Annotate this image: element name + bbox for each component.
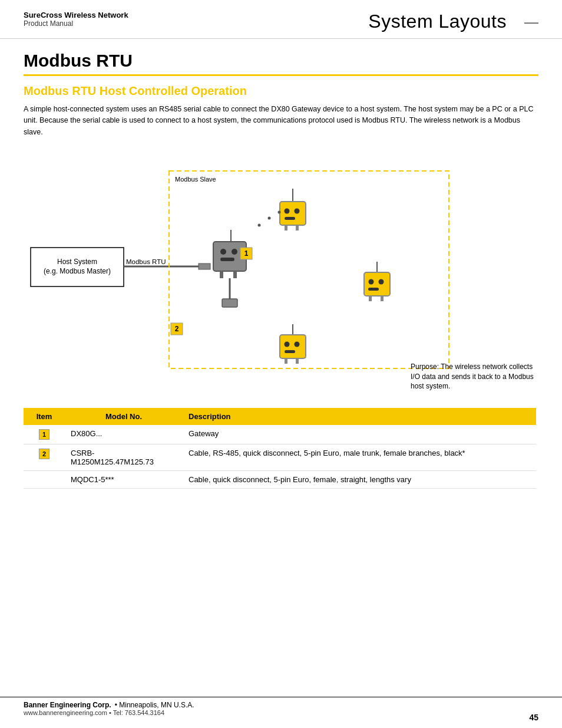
table-row: 1 DX80G... Gateway xyxy=(24,425,536,444)
body-text: A simple host-connected system uses an R… xyxy=(24,104,536,138)
svg-point-30 xyxy=(369,279,374,285)
table-row: MQDC1-5*** Cable, quick disconnect, 5-pi… xyxy=(24,471,536,489)
table-header-row: Item Model No. Description xyxy=(24,408,536,425)
row2-item: 2 xyxy=(24,444,65,471)
row1-desc: Gateway xyxy=(183,425,536,444)
row1-model: DX80G... xyxy=(65,425,183,444)
header-subtitle: Product Manual xyxy=(24,19,128,28)
svg-rect-14 xyxy=(233,271,237,278)
section-title: Modbus RTU Host Controlled Operation xyxy=(24,84,538,98)
svg-point-31 xyxy=(379,279,384,285)
purpose-text: Purpose: The wireless network collects I… xyxy=(411,362,537,391)
col-model: Model No. xyxy=(65,408,183,425)
svg-rect-41 xyxy=(296,358,299,364)
svg-rect-6 xyxy=(169,171,449,368)
svg-rect-27 xyxy=(296,225,299,230)
footer-address: • Minneapolis, MN U.S.A. xyxy=(115,701,194,709)
main-content: Modbus RTU Modbus RTU Host Controlled Op… xyxy=(0,39,562,500)
page-header: SureCross Wireless Network Product Manua… xyxy=(0,0,562,39)
svg-text:1: 1 xyxy=(244,249,249,258)
col-description: Description xyxy=(183,408,536,425)
col-item: Item xyxy=(24,408,65,425)
header-right: System Layouts — xyxy=(368,11,538,32)
svg-text:Host System: Host System xyxy=(57,258,97,266)
svg-rect-25 xyxy=(285,217,295,220)
svg-rect-40 xyxy=(285,358,287,364)
diagram-svg: Host System (e.g. Modbus Master) Modbus … xyxy=(25,149,537,396)
svg-point-24 xyxy=(295,209,300,214)
brand-name: SureCross Wireless Network xyxy=(24,11,128,19)
svg-point-43 xyxy=(268,217,271,220)
svg-point-38 xyxy=(295,342,300,347)
row3-desc: Cable, quick disconnect, 5-pin Euro, fem… xyxy=(183,471,536,489)
row1-item: 1 xyxy=(24,425,65,444)
footer-brand: Banner Engineering Corp. xyxy=(24,701,111,709)
row3-model: MQDC1-5*** xyxy=(65,471,183,489)
svg-point-42 xyxy=(258,224,261,227)
svg-point-11 xyxy=(232,249,237,255)
svg-rect-5 xyxy=(199,263,210,269)
svg-point-37 xyxy=(285,342,290,347)
svg-rect-34 xyxy=(381,296,384,301)
footer-bottom: www.bannerengineering.com • Tel: 763.544… xyxy=(24,709,538,716)
svg-text:Modbus Slave: Modbus Slave xyxy=(175,176,216,183)
svg-rect-32 xyxy=(368,288,379,291)
row2-model: CSRB-M1250M125.47M125.73 xyxy=(65,444,183,471)
svg-rect-33 xyxy=(369,296,372,301)
svg-rect-29 xyxy=(364,272,390,296)
item-badge-2: 2 xyxy=(39,449,49,459)
table-row: 2 CSRB-M1250M125.47M125.73 Cable, RS-485… xyxy=(24,444,536,471)
svg-rect-36 xyxy=(280,335,306,358)
svg-rect-16 xyxy=(222,299,237,307)
svg-rect-26 xyxy=(285,225,287,230)
header-title: System Layouts xyxy=(368,11,507,32)
svg-point-23 xyxy=(285,209,290,214)
svg-text:(e.g. Modbus Master): (e.g. Modbus Master) xyxy=(44,267,111,275)
page-wrapper: SureCross Wireless Network Product Manua… xyxy=(0,0,562,728)
parts-table: Item Model No. Description 1 DX80G... Ga… xyxy=(24,408,536,489)
svg-point-44 xyxy=(278,211,281,214)
svg-rect-13 xyxy=(220,271,223,278)
diagram-container: Host System (e.g. Modbus Master) Modbus … xyxy=(25,149,537,396)
header-dash: — xyxy=(524,14,538,30)
page-title: Modbus RTU xyxy=(24,51,538,76)
svg-rect-39 xyxy=(285,350,295,353)
page-number: 45 xyxy=(529,713,538,722)
svg-point-10 xyxy=(220,249,226,255)
purpose-text-content: Purpose: The wireless network collects I… xyxy=(411,363,534,391)
footer-website: www.bannerengineering.com • Tel: 763.544… xyxy=(24,709,164,716)
item-badge-1: 1 xyxy=(39,429,49,440)
row3-item xyxy=(24,471,65,489)
svg-rect-12 xyxy=(220,258,234,261)
footer-top: Banner Engineering Corp. • Minneapolis, … xyxy=(24,701,538,709)
svg-text:Modbus RTU: Modbus RTU xyxy=(126,258,166,265)
svg-rect-22 xyxy=(280,202,306,225)
svg-text:2: 2 xyxy=(175,325,179,333)
row2-desc: Cable, RS-485, quick disconnect, 5-pin E… xyxy=(183,444,536,471)
page-footer: Banner Engineering Corp. • Minneapolis, … xyxy=(0,697,562,728)
header-left: SureCross Wireless Network Product Manua… xyxy=(24,11,128,28)
